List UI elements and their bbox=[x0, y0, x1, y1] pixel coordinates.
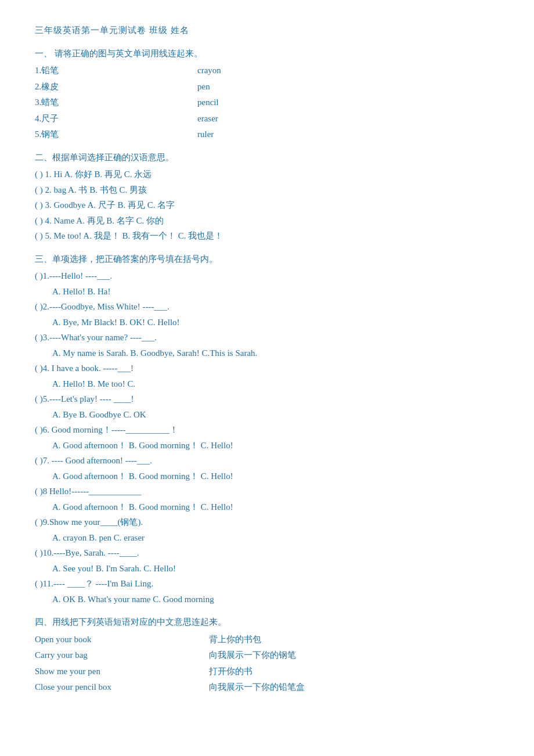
choice-options: A. See you! B. I'm Sarah. C. Hello! bbox=[52, 561, 499, 577]
choice-options: A. crayon B. pen C. eraser bbox=[52, 531, 499, 546]
vocab-item: 2.橡皮pen bbox=[35, 80, 499, 95]
choice-question: ( )1.----Hello! ----___. bbox=[35, 269, 499, 284]
choice-question: ( )7. ---- Good afternoon! ----___. bbox=[35, 453, 499, 469]
connect-chinese: 背上你的书包 bbox=[209, 632, 261, 647]
choice-question: ( )4. I have a book. -----___! bbox=[35, 361, 499, 376]
vocab-chinese: 3.蜡笔 bbox=[35, 95, 128, 110]
vocab-item: 5.钢笔ruler bbox=[35, 127, 499, 142]
vocab-chinese: 5.钢笔 bbox=[35, 127, 128, 142]
mc-item: ( ) 4. Name A. 再见 B. 名字 C. 你的 bbox=[35, 214, 499, 229]
vocab-list: 1.铅笔crayon2.橡皮pen3.蜡笔pencil4.尺子eraser5.钢… bbox=[35, 63, 499, 142]
vocab-english: pencil bbox=[197, 95, 219, 110]
vocab-chinese: 1.铅笔 bbox=[35, 63, 128, 78]
choice-options: A. Good afternoon！ B. Good morning！ C. H… bbox=[52, 469, 499, 484]
choice-question: ( )11.---- ____？ ----I'm Bai Ling. bbox=[35, 577, 499, 592]
choice-options: A. Good afternoon！ B. Good morning！ C. H… bbox=[52, 438, 499, 453]
choice-question: ( )2.----Goodbye, Miss White! ----___. bbox=[35, 300, 499, 315]
title-line: 三年级英语第一单元测试卷 班级 姓名 bbox=[35, 23, 499, 38]
section4-header: 四、用线把下列英语短语对应的中文意思连起来。 bbox=[35, 615, 499, 630]
vocab-chinese: 4.尺子 bbox=[35, 111, 128, 127]
vocab-english: pen bbox=[197, 80, 210, 95]
choice-options: A. My name is Sarah. B. Goodbye, Sarah! … bbox=[52, 346, 499, 361]
mc-item: ( ) 2. bag A. 书 B. 书包 C. 男孩 bbox=[35, 183, 499, 198]
choice-options: A. Hello! B. Ha! bbox=[52, 285, 499, 300]
choice-question: ( )6. Good morning！-----__________！ bbox=[35, 423, 499, 438]
section3-header: 三、单项选择，把正确答案的序号填在括号内。 bbox=[35, 252, 499, 267]
choice-options: A. Hello! B. Me too! C. bbox=[52, 377, 499, 392]
choice-question: ( )3.----What's your name? ----___. bbox=[35, 330, 499, 345]
connect-chinese: 向我展示一下你的铅笔盒 bbox=[209, 680, 305, 695]
connect-list: Open your book背上你的书包Carry your bag向我展示一下… bbox=[35, 632, 499, 695]
vocab-item: 4.尺子eraser bbox=[35, 111, 499, 127]
connect-item: Open your book背上你的书包 bbox=[35, 632, 499, 647]
section2-header: 二、根据单词选择正确的汉语意思。 bbox=[35, 150, 499, 165]
section1-header: 一、 请将正确的图与英文单词用线连起来。 bbox=[35, 46, 499, 62]
connect-chinese: 向我展示一下你的钢笔 bbox=[209, 648, 296, 663]
choice-options: A. OK B. What's your name C. Good mornin… bbox=[52, 592, 499, 607]
choice-list: ( )1.----Hello! ----___.A. Hello! B. Ha!… bbox=[35, 269, 499, 607]
vocab-english: ruler bbox=[197, 127, 214, 142]
connect-english: Close your pencil box bbox=[35, 680, 151, 695]
vocab-english: crayon bbox=[197, 63, 221, 78]
connect-item: Close your pencil box向我展示一下你的铅笔盒 bbox=[35, 680, 499, 695]
choice-options: A. Good afternoon！ B. Good morning！ C. H… bbox=[52, 500, 499, 515]
choice-question: ( )10.----Bye, Sarah. ----____. bbox=[35, 546, 499, 561]
connect-item: Carry your bag向我展示一下你的钢笔 bbox=[35, 648, 499, 663]
choice-question: ( )5.----Let's play! ---- ____! bbox=[35, 392, 499, 407]
mc-list: ( ) 1. Hi A. 你好 B. 再见 C. 永远( ) 2. bag A.… bbox=[35, 167, 499, 244]
mc-item: ( ) 5. Me too! A. 我是！ B. 我有一个！ C. 我也是！ bbox=[35, 229, 499, 244]
connect-english: Show me your pen bbox=[35, 664, 151, 679]
connect-item: Show me your pen打开你的书 bbox=[35, 664, 499, 679]
mc-item: ( ) 1. Hi A. 你好 B. 再见 C. 永远 bbox=[35, 167, 499, 182]
connect-english: Open your book bbox=[35, 632, 151, 647]
vocab-item: 1.铅笔crayon bbox=[35, 63, 499, 78]
choice-question: ( )9.Show me your____(钢笔). bbox=[35, 515, 499, 530]
vocab-chinese: 2.橡皮 bbox=[35, 80, 128, 95]
vocab-english: eraser bbox=[197, 111, 218, 127]
page-container: 三年级英语第一单元测试卷 班级 姓名 一、 请将正确的图与英文单词用线连起来。 … bbox=[35, 23, 499, 695]
vocab-item: 3.蜡笔pencil bbox=[35, 95, 499, 110]
connect-chinese: 打开你的书 bbox=[209, 664, 252, 679]
mc-item: ( ) 3. Goodbye A. 尺子 B. 再见 C. 名字 bbox=[35, 198, 499, 213]
choice-question: ( )8 Hello!------____________ bbox=[35, 484, 499, 499]
connect-english: Carry your bag bbox=[35, 648, 151, 663]
choice-options: A. Bye, Mr Black! B. OK! C. Hello! bbox=[52, 315, 499, 330]
choice-options: A. Bye B. Goodbye C. OK bbox=[52, 408, 499, 423]
